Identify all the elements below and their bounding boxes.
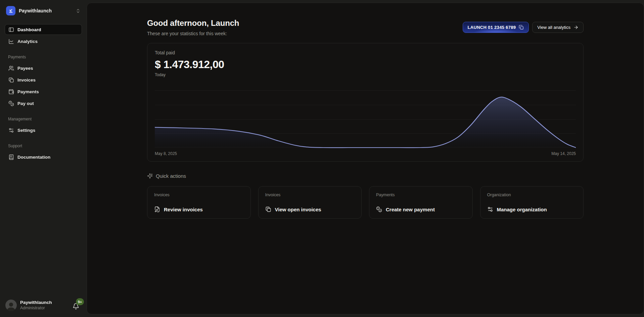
files-icon bbox=[265, 206, 271, 212]
user-role: Administrator bbox=[20, 306, 52, 311]
main-panel: Good afternoon, Launch These are your st… bbox=[87, 3, 644, 314]
sidebar-item-payments[interactable]: Payments bbox=[5, 86, 82, 97]
book-icon bbox=[8, 154, 14, 160]
coins-icon bbox=[8, 101, 14, 106]
qa-category: Invoices bbox=[154, 193, 244, 197]
files-icon bbox=[8, 77, 14, 83]
chart-x-axis: May 8, 2025 May 14, 2025 bbox=[155, 151, 576, 156]
sidebar-item-analytics[interactable]: Analytics bbox=[5, 36, 82, 47]
chart-title: Total paid bbox=[155, 50, 576, 55]
sidebar-item-label: Pay out bbox=[17, 101, 34, 106]
chevrons-up-down-icon bbox=[76, 8, 81, 13]
chart-line-icon bbox=[8, 39, 14, 44]
total-paid-chart bbox=[155, 81, 576, 148]
sparkles-icon bbox=[147, 173, 153, 179]
total-paid-card: Total paid $ 1.473.912,00 Today bbox=[147, 43, 584, 162]
quick-action-review-invoices[interactable]: Invoices Review invoices bbox=[147, 186, 251, 219]
app-logo-icon bbox=[6, 6, 15, 15]
user-profile[interactable]: Paywithlaunch Administrator 9+ bbox=[5, 300, 82, 311]
notifications-button[interactable]: 9+ bbox=[73, 301, 81, 310]
sidebar-item-label: Payees bbox=[17, 66, 33, 71]
quick-action-create-new-payment[interactable]: Payments Create new payment bbox=[369, 186, 473, 219]
view-all-analytics-button[interactable]: View all analytics bbox=[532, 22, 584, 33]
section-label-payments: Payments bbox=[8, 55, 79, 59]
avatar bbox=[5, 300, 17, 311]
quick-action-view-open-invoices[interactable]: Invoices View open invoices bbox=[258, 186, 362, 219]
sidebar-spacer bbox=[5, 163, 82, 300]
user-name: Paywithlaunch bbox=[20, 300, 52, 306]
coins-icon bbox=[376, 206, 382, 212]
qa-label: Create new payment bbox=[386, 207, 435, 212]
quick-actions-grid: Invoices Review invoices Invoices bbox=[147, 186, 584, 219]
qa-category: Invoices bbox=[265, 193, 355, 197]
account-number: LAUNCH 01 2345 6789 bbox=[468, 25, 516, 30]
qa-label: Review invoices bbox=[164, 207, 203, 212]
qa-action: View open invoices bbox=[265, 206, 355, 212]
sidebar-item-label: Payments bbox=[17, 89, 39, 94]
sidebar-item-dashboard[interactable]: Dashboard bbox=[5, 24, 82, 35]
file-pen-icon bbox=[154, 206, 160, 212]
sidebar-item-label: Invoices bbox=[17, 77, 36, 83]
quick-actions-title: Quick actions bbox=[156, 173, 186, 179]
sidebar-item-label: Dashboard bbox=[17, 27, 41, 32]
qa-action: Review invoices bbox=[154, 206, 244, 212]
qa-label: Manage organization bbox=[497, 207, 547, 212]
sidebar-item-documentation[interactable]: Documentation bbox=[5, 152, 82, 162]
total-paid-amount: $ 1.473.912,00 bbox=[155, 58, 576, 71]
sidebar-item-label: Documentation bbox=[17, 155, 50, 160]
user-meta: Paywithlaunch Administrator bbox=[20, 300, 52, 311]
sliders-icon bbox=[8, 127, 14, 133]
sidebar-item-label: Settings bbox=[17, 128, 35, 133]
section-label-support: Support bbox=[8, 144, 79, 148]
x-axis-start-label: May 8, 2025 bbox=[155, 151, 177, 156]
quick-actions-header: Quick actions bbox=[147, 173, 584, 179]
sidebar-item-settings[interactable]: Settings bbox=[5, 125, 82, 136]
quick-action-manage-organization[interactable]: Organization Manage organization bbox=[480, 186, 584, 219]
copy-icon[interactable] bbox=[519, 25, 524, 30]
qa-category: Payments bbox=[376, 193, 466, 197]
sidebar-item-payees[interactable]: Payees bbox=[5, 63, 82, 73]
page-title: Good afternoon, Launch bbox=[147, 18, 239, 28]
sidebar-item-pay-out[interactable]: Pay out bbox=[5, 98, 82, 109]
account-number-copy-button[interactable]: LAUNCH 01 2345 6789 bbox=[463, 22, 529, 33]
sidebar: Paywithlaunch Dashboard Analytics Pay bbox=[0, 0, 87, 317]
panel-left-icon bbox=[8, 27, 14, 33]
qa-label: View open invoices bbox=[275, 207, 321, 212]
chart-area-fill bbox=[155, 97, 576, 148]
view-all-analytics-label: View all analytics bbox=[537, 25, 570, 30]
page-header: Good afternoon, Launch These are your st… bbox=[147, 18, 584, 36]
qa-category: Organization bbox=[487, 193, 577, 197]
chart-period: Today bbox=[155, 72, 576, 77]
header-actions: LAUNCH 01 2345 6789 View all analytics bbox=[463, 22, 584, 33]
qa-action: Manage organization bbox=[487, 206, 577, 212]
org-switcher[interactable]: Paywithlaunch bbox=[5, 5, 82, 16]
users-icon bbox=[8, 65, 14, 71]
qa-action: Create new payment bbox=[376, 206, 466, 212]
sliders-icon bbox=[487, 206, 493, 212]
wallet-icon bbox=[8, 89, 14, 95]
sidebar-item-invoices[interactable]: Invoices bbox=[5, 74, 82, 85]
page-subtitle: These are your statistics for this week: bbox=[147, 31, 239, 36]
sidebar-nav: Dashboard Analytics Payments Payees bbox=[5, 24, 82, 163]
org-name: Paywithlaunch bbox=[19, 8, 52, 13]
sidebar-item-label: Analytics bbox=[17, 39, 38, 44]
dashboard-content: Good afternoon, Launch These are your st… bbox=[147, 3, 584, 219]
notification-badge: 9+ bbox=[76, 298, 84, 305]
greeting-block: Good afternoon, Launch These are your st… bbox=[147, 18, 239, 36]
x-axis-end-label: May 14, 2025 bbox=[551, 151, 576, 156]
section-label-management: Management bbox=[8, 117, 79, 121]
arrow-right-icon bbox=[573, 25, 579, 30]
